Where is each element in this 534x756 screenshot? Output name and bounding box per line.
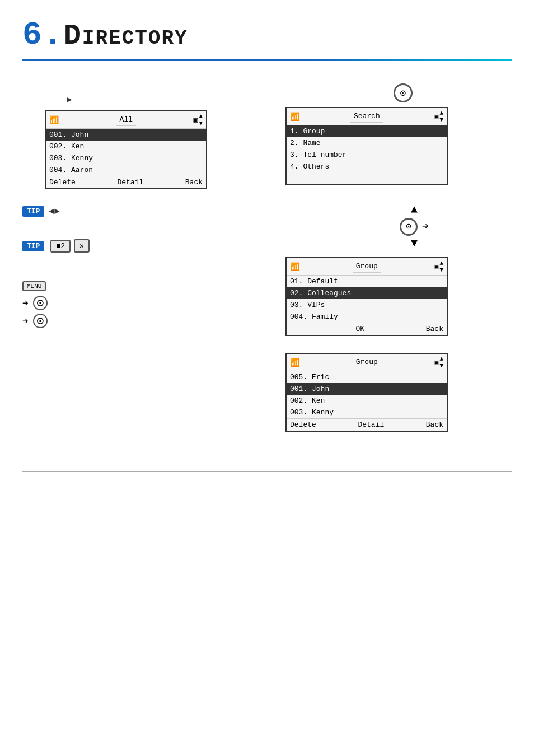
screen-all-footer: Delete Detail Back <box>46 176 206 188</box>
header-divider <box>22 59 512 61</box>
nav-row-2: ➔ ⊙ <box>22 314 285 328</box>
key-x: ✕ <box>74 239 90 253</box>
nav-diagram: ▲ ⊙ ➔ ▼ <box>308 202 521 251</box>
footer-back-2[interactable]: Back <box>426 325 443 333</box>
screen-all: 📶 All ▣ ▲▼ 001. John 002. Ken 003. Kenny… <box>45 110 207 189</box>
battery-icon-3: ▣ ▲▼ <box>434 260 443 273</box>
search-row-3: 4. Others <box>287 161 447 172</box>
search-row-0: 1. Group <box>287 125 447 137</box>
group2-row-0: 005. Eric <box>287 371 447 383</box>
key-2: ■2 <box>50 240 71 253</box>
screen-search: 📶 Search ▣ ▲▼ 1. Group 2. Name 3. Tel nu… <box>285 107 448 185</box>
footer-delete-1[interactable]: Delete <box>49 178 76 186</box>
page-title: 6.Directory <box>22 17 512 53</box>
signal-icon-1: 📶 <box>49 115 59 125</box>
nav-right-arrow: ➔ <box>422 219 429 235</box>
screen-search-title: Search <box>350 110 383 123</box>
circle-nav-1: ⊙ <box>33 296 48 310</box>
footer-detail-2[interactable]: Detail <box>358 421 384 429</box>
search-row-empty <box>287 172 447 184</box>
screen-group-header-1: 📶 Group ▣ ▲▼ <box>287 258 447 276</box>
nav-arrow-r-2: ➔ <box>22 315 29 327</box>
screen-group-footer-1: OK Back <box>287 323 447 335</box>
group2-row-1: 001. John <box>287 383 447 395</box>
screen-group-title-2: Group <box>353 356 381 368</box>
screen-group-john: 📶 Group ▣ ▲▼ 005. Eric 001. John 002. Ke… <box>285 353 448 432</box>
nav-down-arrow: ▼ <box>411 236 418 251</box>
group-row-1: 02. Colleagues <box>287 287 447 299</box>
search-row-1: 2. Name <box>287 137 447 149</box>
left-section-2: TIP ■2 ✕ <box>22 239 285 253</box>
screen-row-0: 001. John <box>46 129 206 141</box>
battery-icon-2: ▣ ▲▼ <box>434 110 443 123</box>
search-row-2: 3. Tel number <box>287 149 447 161</box>
tip-row-1: TIP ◄► <box>22 206 285 217</box>
footer-delete-2[interactable]: Delete <box>290 421 316 429</box>
screen-row-2: 003. Kenny <box>46 152 206 164</box>
group-row-2: 03. VIPs <box>287 299 447 311</box>
circle-nav-top: ⊙ <box>394 83 413 102</box>
lr-arrows-1: ◄► <box>49 207 59 217</box>
main-content: ▶ 📶 All ▣ ▲▼ 001. John 002. Ken 003. Ken… <box>0 78 534 449</box>
left-section-1: ▶ 📶 All ▣ ▲▼ 001. John 002. Ken 003. Ken… <box>22 95 285 189</box>
circle-icon-top: ⊙ <box>285 83 521 102</box>
screen-group-colleagues: 📶 Group ▣ ▲▼ 01. Default 02. Colleagues … <box>285 257 448 336</box>
page-header: 6.Directory <box>0 0 534 59</box>
screen-group-title-1: Group <box>353 260 381 273</box>
footer-back-3[interactable]: Back <box>426 421 443 429</box>
right-arrow-1: ▶ <box>67 95 285 105</box>
group2-row-3: 003. Kenny <box>287 407 447 418</box>
bottom-divider <box>22 471 512 472</box>
screen-search-header: 📶 Search ▣ ▲▼ <box>287 108 447 125</box>
chapter-number: 6. <box>22 17 64 53</box>
footer-empty-1 <box>290 325 294 333</box>
footer-detail-1[interactable]: Detail <box>117 178 143 186</box>
screen-row-3: 004. Aaron <box>46 164 206 176</box>
screen-row-1: 002. Ken <box>46 141 206 152</box>
menu-key: MENU <box>22 281 46 291</box>
signal-icon-2: 📶 <box>290 112 299 122</box>
signal-icon-3: 📶 <box>290 262 299 272</box>
group-row-0: 01. Default <box>287 276 447 287</box>
left-column: ▶ 📶 All ▣ ▲▼ 001. John 002. Ken 003. Ken… <box>22 78 285 449</box>
tip-row-2: TIP ■2 ✕ <box>22 239 285 253</box>
footer-ok-1[interactable]: OK <box>355 325 364 333</box>
group-row-3: 004. Family <box>287 311 447 323</box>
screen-group-header-2: 📶 Group ▣ ▲▼ <box>287 354 447 371</box>
menu-key-wrapper: MENU <box>22 281 285 291</box>
circle-nav-center: ⊙ <box>400 218 418 236</box>
screen-all-header: 📶 All ▣ ▲▼ <box>46 111 206 129</box>
screen-group-footer-2: Delete Detail Back <box>287 418 447 431</box>
tip-badge-2: TIP <box>22 241 44 251</box>
battery-icon-4: ▣ ▲▼ <box>434 356 443 369</box>
nav-center-row: ⊙ ➔ <box>400 218 429 236</box>
tip-badge-1: TIP <box>22 206 44 217</box>
circle-nav-2: ⊙ <box>33 314 48 328</box>
nav-up-arrow: ▲ <box>411 202 418 218</box>
nav-arrow-r-1: ➔ <box>22 297 29 309</box>
footer-back-1[interactable]: Back <box>185 178 203 186</box>
right-column: ⊙ 📶 Search ▣ ▲▼ 1. Group 2. Name 3. Tel … <box>285 78 521 449</box>
nav-row-1: ➔ ⊙ <box>22 296 285 310</box>
battery-icon-1: ▣ ▲▼ <box>194 113 203 127</box>
screen-all-title: All <box>116 114 136 126</box>
left-section-3: MENU ➔ ⊙ ➔ ⊙ <box>22 281 285 328</box>
signal-icon-4: 📶 <box>290 358 299 367</box>
group2-row-2: 002. Ken <box>287 395 447 407</box>
title-text: Directory <box>64 20 188 53</box>
